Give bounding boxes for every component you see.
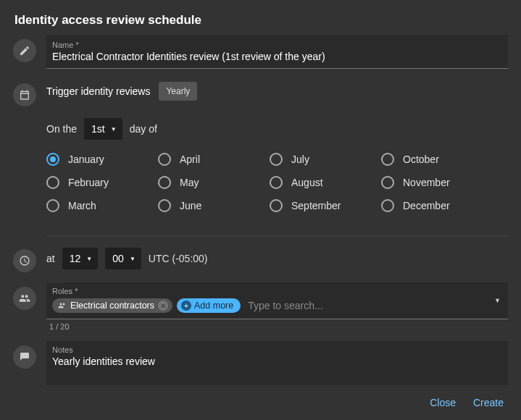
day-select[interactable]: 1st (84, 118, 122, 140)
radio-icon (270, 176, 283, 189)
time-field-wrap: at 12 00 UTC (-05:00) (46, 248, 508, 269)
trigger-row: Trigger identity reviews Yearly On the 1… (13, 79, 508, 225)
roles-search-input[interactable] (245, 300, 502, 311)
name-row: Name * (13, 35, 508, 69)
calendar-icon (13, 83, 36, 106)
month-label: August (291, 177, 323, 188)
plus-icon: + (181, 301, 191, 311)
notes-field-wrap: Notes (46, 341, 508, 385)
add-more-roles-button[interactable]: + Add more (177, 298, 241, 313)
roles-count: 1 / 20 (46, 319, 508, 331)
month-label: January (68, 154, 104, 165)
hour-select[interactable]: 12 (62, 248, 99, 269)
month-radio-october[interactable]: October (381, 153, 490, 166)
months-grid: JanuaryAprilJulyOctoberFebruaryMayAugust… (46, 153, 508, 212)
radio-icon (46, 153, 59, 166)
frequency-select[interactable]: Yearly (159, 82, 197, 101)
users-icon (13, 287, 36, 310)
notes-box: Notes (46, 341, 508, 385)
trigger-field-wrap: Trigger identity reviews Yearly On the 1… (46, 79, 508, 225)
radio-icon (158, 176, 171, 189)
pencil-icon (13, 39, 36, 62)
dialog-title: Identity access review schedule (0, 0, 521, 35)
roles-bar: Electrical contractors ✕ + Add more (46, 295, 508, 319)
month-radio-december[interactable]: December (381, 199, 490, 212)
users-mini-icon (58, 301, 67, 310)
create-button[interactable]: Create (473, 397, 504, 408)
month-label: September (291, 200, 341, 211)
remove-role-icon[interactable]: ✕ (158, 301, 168, 311)
close-button[interactable]: Close (430, 397, 456, 408)
month-radio-november[interactable]: November (381, 176, 490, 189)
month-label: July (291, 154, 309, 165)
name-label: Name * (46, 36, 508, 49)
on-the-label: On the (46, 123, 77, 135)
month-label: February (68, 177, 109, 188)
timezone-label: UTC (-05:00) (149, 253, 208, 264)
trigger-freq-row: Trigger identity reviews Yearly (46, 82, 508, 101)
month-radio-april[interactable]: April (158, 153, 267, 166)
schedule-dialog: Identity access review schedule Name * T… (0, 0, 521, 420)
roles-field-wrap: Roles * Electrical contractors ✕ + Add m… (46, 282, 508, 331)
role-chip-label: Electrical contractors (70, 301, 154, 311)
day-row: On the 1st day of (46, 118, 508, 140)
radio-icon (381, 176, 394, 189)
month-label: October (403, 154, 439, 165)
notes-label: Notes (46, 341, 508, 354)
month-radio-january[interactable]: January (46, 153, 155, 166)
radio-icon (158, 199, 171, 212)
note-icon (13, 345, 36, 369)
roles-label: Roles * (46, 282, 508, 295)
radio-icon (46, 176, 59, 189)
notes-row: Notes (13, 341, 508, 385)
month-label: March (68, 200, 96, 211)
month-radio-may[interactable]: May (158, 176, 267, 189)
dialog-content: Name * Trigger identity reviews Yearly O… (0, 35, 521, 385)
clock-icon (13, 249, 36, 272)
radio-icon (381, 153, 394, 166)
radio-icon (46, 199, 59, 212)
month-radio-september[interactable]: September (270, 199, 378, 212)
month-radio-august[interactable]: August (270, 176, 378, 189)
month-radio-march[interactable]: March (46, 199, 155, 212)
month-radio-june[interactable]: June (158, 199, 267, 212)
month-label: June (180, 200, 201, 211)
minute-select[interactable]: 00 (105, 248, 141, 269)
trigger-label: Trigger identity reviews (46, 85, 150, 97)
month-label: December (403, 200, 450, 211)
radio-icon (270, 153, 283, 166)
roles-row: Roles * Electrical contractors ✕ + Add m… (13, 282, 508, 331)
month-label: April (180, 154, 200, 165)
at-label: at (46, 253, 55, 264)
month-radio-february[interactable]: February (46, 176, 155, 189)
notes-input[interactable] (46, 354, 508, 369)
roles-box: Roles * Electrical contractors ✕ + Add m… (46, 282, 508, 319)
time-row: at 12 00 UTC (-05:00) (13, 245, 508, 272)
radio-icon (158, 153, 171, 166)
role-chip: Electrical contractors ✕ (52, 298, 172, 313)
radio-icon (270, 199, 283, 212)
divider (46, 235, 508, 236)
chevron-down-icon[interactable]: ▼ (494, 297, 501, 304)
name-field-wrap: Name * (46, 35, 508, 69)
dialog-footer: Close Create (0, 385, 521, 420)
month-radio-july[interactable]: July (270, 153, 378, 166)
name-input[interactable] (46, 49, 508, 64)
month-label: November (403, 177, 450, 188)
radio-icon (381, 199, 394, 212)
month-label: May (180, 177, 199, 188)
day-of-label: day of (130, 123, 157, 135)
name-field-box: Name * (46, 35, 508, 69)
